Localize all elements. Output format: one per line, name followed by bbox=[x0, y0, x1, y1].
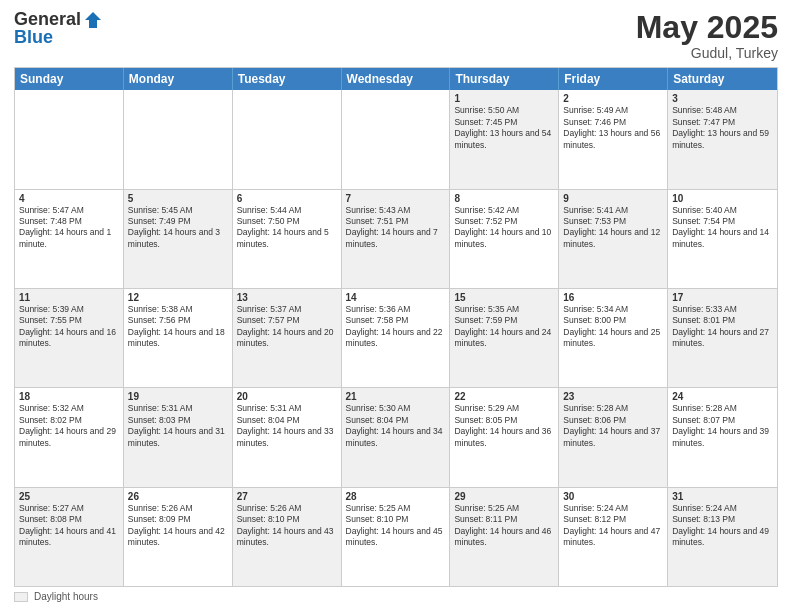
day-number: 16 bbox=[563, 292, 663, 303]
logo-icon bbox=[83, 10, 103, 30]
day-number: 30 bbox=[563, 491, 663, 502]
day-number: 21 bbox=[346, 391, 446, 402]
calendar-cell: 4Sunrise: 5:47 AM Sunset: 7:48 PM Daylig… bbox=[15, 190, 124, 288]
calendar-cell: 3Sunrise: 5:48 AM Sunset: 7:47 PM Daylig… bbox=[668, 90, 777, 188]
day-number: 6 bbox=[237, 193, 337, 204]
calendar-header-cell: Thursday bbox=[450, 68, 559, 90]
day-number: 4 bbox=[19, 193, 119, 204]
cell-info: Sunrise: 5:39 AM Sunset: 7:55 PM Dayligh… bbox=[19, 304, 119, 350]
cell-info: Sunrise: 5:30 AM Sunset: 8:04 PM Dayligh… bbox=[346, 403, 446, 449]
cell-info: Sunrise: 5:45 AM Sunset: 7:49 PM Dayligh… bbox=[128, 205, 228, 251]
calendar-cell: 27Sunrise: 5:26 AM Sunset: 8:10 PM Dayli… bbox=[233, 488, 342, 586]
cell-info: Sunrise: 5:34 AM Sunset: 8:00 PM Dayligh… bbox=[563, 304, 663, 350]
day-number: 14 bbox=[346, 292, 446, 303]
calendar-cell: 22Sunrise: 5:29 AM Sunset: 8:05 PM Dayli… bbox=[450, 388, 559, 486]
calendar-cell: 18Sunrise: 5:32 AM Sunset: 8:02 PM Dayli… bbox=[15, 388, 124, 486]
calendar-cell: 9Sunrise: 5:41 AM Sunset: 7:53 PM Daylig… bbox=[559, 190, 668, 288]
calendar-row: 4Sunrise: 5:47 AM Sunset: 7:48 PM Daylig… bbox=[15, 190, 777, 289]
calendar-cell bbox=[124, 90, 233, 188]
cell-info: Sunrise: 5:35 AM Sunset: 7:59 PM Dayligh… bbox=[454, 304, 554, 350]
day-number: 10 bbox=[672, 193, 773, 204]
header: General Blue May 2025 Gudul, Turkey bbox=[14, 10, 778, 61]
day-number: 7 bbox=[346, 193, 446, 204]
day-number: 1 bbox=[454, 93, 554, 104]
title-location: Gudul, Turkey bbox=[636, 45, 778, 61]
cell-info: Sunrise: 5:27 AM Sunset: 8:08 PM Dayligh… bbox=[19, 503, 119, 549]
calendar-cell: 20Sunrise: 5:31 AM Sunset: 8:04 PM Dayli… bbox=[233, 388, 342, 486]
cell-info: Sunrise: 5:33 AM Sunset: 8:01 PM Dayligh… bbox=[672, 304, 773, 350]
cell-info: Sunrise: 5:25 AM Sunset: 8:11 PM Dayligh… bbox=[454, 503, 554, 549]
calendar-cell: 16Sunrise: 5:34 AM Sunset: 8:00 PM Dayli… bbox=[559, 289, 668, 387]
calendar-cell bbox=[15, 90, 124, 188]
footer: Daylight hours bbox=[14, 591, 778, 602]
day-number: 27 bbox=[237, 491, 337, 502]
cell-info: Sunrise: 5:37 AM Sunset: 7:57 PM Dayligh… bbox=[237, 304, 337, 350]
cell-info: Sunrise: 5:43 AM Sunset: 7:51 PM Dayligh… bbox=[346, 205, 446, 251]
daylight-swatch bbox=[14, 592, 28, 602]
day-number: 12 bbox=[128, 292, 228, 303]
calendar-cell: 23Sunrise: 5:28 AM Sunset: 8:06 PM Dayli… bbox=[559, 388, 668, 486]
calendar: SundayMondayTuesdayWednesdayThursdayFrid… bbox=[14, 67, 778, 587]
logo: General Blue bbox=[14, 10, 103, 48]
cell-info: Sunrise: 5:28 AM Sunset: 8:06 PM Dayligh… bbox=[563, 403, 663, 449]
calendar-row: 11Sunrise: 5:39 AM Sunset: 7:55 PM Dayli… bbox=[15, 289, 777, 388]
cell-info: Sunrise: 5:49 AM Sunset: 7:46 PM Dayligh… bbox=[563, 105, 663, 151]
day-number: 8 bbox=[454, 193, 554, 204]
calendar-cell: 30Sunrise: 5:24 AM Sunset: 8:12 PM Dayli… bbox=[559, 488, 668, 586]
title-block: May 2025 Gudul, Turkey bbox=[636, 10, 778, 61]
day-number: 26 bbox=[128, 491, 228, 502]
calendar-header: SundayMondayTuesdayWednesdayThursdayFrid… bbox=[15, 68, 777, 90]
cell-info: Sunrise: 5:44 AM Sunset: 7:50 PM Dayligh… bbox=[237, 205, 337, 251]
day-number: 25 bbox=[19, 491, 119, 502]
cell-info: Sunrise: 5:50 AM Sunset: 7:45 PM Dayligh… bbox=[454, 105, 554, 151]
cell-info: Sunrise: 5:38 AM Sunset: 7:56 PM Dayligh… bbox=[128, 304, 228, 350]
calendar-cell: 10Sunrise: 5:40 AM Sunset: 7:54 PM Dayli… bbox=[668, 190, 777, 288]
calendar-cell: 21Sunrise: 5:30 AM Sunset: 8:04 PM Dayli… bbox=[342, 388, 451, 486]
cell-info: Sunrise: 5:26 AM Sunset: 8:10 PM Dayligh… bbox=[237, 503, 337, 549]
calendar-cell: 6Sunrise: 5:44 AM Sunset: 7:50 PM Daylig… bbox=[233, 190, 342, 288]
calendar-row: 1Sunrise: 5:50 AM Sunset: 7:45 PM Daylig… bbox=[15, 90, 777, 189]
cell-info: Sunrise: 5:41 AM Sunset: 7:53 PM Dayligh… bbox=[563, 205, 663, 251]
calendar-header-cell: Friday bbox=[559, 68, 668, 90]
day-number: 18 bbox=[19, 391, 119, 402]
calendar-cell: 31Sunrise: 5:24 AM Sunset: 8:13 PM Dayli… bbox=[668, 488, 777, 586]
cell-info: Sunrise: 5:31 AM Sunset: 8:03 PM Dayligh… bbox=[128, 403, 228, 449]
calendar-cell: 2Sunrise: 5:49 AM Sunset: 7:46 PM Daylig… bbox=[559, 90, 668, 188]
cell-info: Sunrise: 5:28 AM Sunset: 8:07 PM Dayligh… bbox=[672, 403, 773, 449]
cell-info: Sunrise: 5:24 AM Sunset: 8:13 PM Dayligh… bbox=[672, 503, 773, 549]
logo-blue-text: Blue bbox=[14, 28, 103, 48]
day-number: 3 bbox=[672, 93, 773, 104]
calendar-cell bbox=[342, 90, 451, 188]
day-number: 2 bbox=[563, 93, 663, 104]
cell-info: Sunrise: 5:25 AM Sunset: 8:10 PM Dayligh… bbox=[346, 503, 446, 549]
day-number: 17 bbox=[672, 292, 773, 303]
day-number: 5 bbox=[128, 193, 228, 204]
day-number: 29 bbox=[454, 491, 554, 502]
calendar-header-cell: Sunday bbox=[15, 68, 124, 90]
calendar-cell: 14Sunrise: 5:36 AM Sunset: 7:58 PM Dayli… bbox=[342, 289, 451, 387]
calendar-cell: 28Sunrise: 5:25 AM Sunset: 8:10 PM Dayli… bbox=[342, 488, 451, 586]
calendar-header-cell: Monday bbox=[124, 68, 233, 90]
day-number: 13 bbox=[237, 292, 337, 303]
cell-info: Sunrise: 5:29 AM Sunset: 8:05 PM Dayligh… bbox=[454, 403, 554, 449]
day-number: 31 bbox=[672, 491, 773, 502]
calendar-cell: 15Sunrise: 5:35 AM Sunset: 7:59 PM Dayli… bbox=[450, 289, 559, 387]
cell-info: Sunrise: 5:32 AM Sunset: 8:02 PM Dayligh… bbox=[19, 403, 119, 449]
cell-info: Sunrise: 5:42 AM Sunset: 7:52 PM Dayligh… bbox=[454, 205, 554, 251]
page: General Blue May 2025 Gudul, Turkey Sund… bbox=[0, 0, 792, 612]
day-number: 22 bbox=[454, 391, 554, 402]
calendar-cell: 8Sunrise: 5:42 AM Sunset: 7:52 PM Daylig… bbox=[450, 190, 559, 288]
day-number: 9 bbox=[563, 193, 663, 204]
title-month: May 2025 bbox=[636, 10, 778, 45]
calendar-cell: 26Sunrise: 5:26 AM Sunset: 8:09 PM Dayli… bbox=[124, 488, 233, 586]
calendar-cell: 19Sunrise: 5:31 AM Sunset: 8:03 PM Dayli… bbox=[124, 388, 233, 486]
daylight-label: Daylight hours bbox=[34, 591, 98, 602]
calendar-cell: 29Sunrise: 5:25 AM Sunset: 8:11 PM Dayli… bbox=[450, 488, 559, 586]
day-number: 19 bbox=[128, 391, 228, 402]
cell-info: Sunrise: 5:47 AM Sunset: 7:48 PM Dayligh… bbox=[19, 205, 119, 251]
day-number: 11 bbox=[19, 292, 119, 303]
day-number: 28 bbox=[346, 491, 446, 502]
cell-info: Sunrise: 5:24 AM Sunset: 8:12 PM Dayligh… bbox=[563, 503, 663, 549]
calendar-row: 18Sunrise: 5:32 AM Sunset: 8:02 PM Dayli… bbox=[15, 388, 777, 487]
cell-info: Sunrise: 5:40 AM Sunset: 7:54 PM Dayligh… bbox=[672, 205, 773, 251]
